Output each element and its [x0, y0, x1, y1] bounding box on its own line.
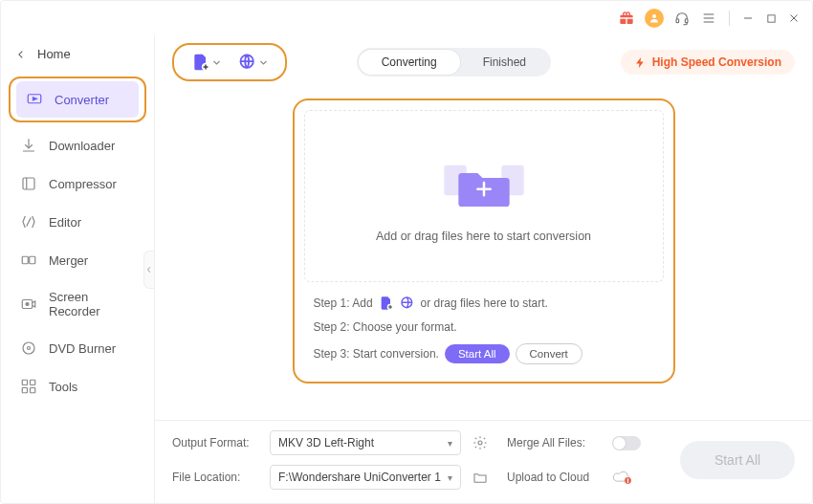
sidebar-item-label: Editor	[49, 215, 81, 230]
chevron-down-icon	[259, 58, 268, 67]
tab-finished[interactable]: Finished	[460, 50, 549, 75]
tab-segmented: Converting Finished	[357, 48, 551, 77]
sidebar-item-label: DVD Burner	[49, 341, 116, 356]
svg-line-13	[27, 218, 32, 227]
svg-point-18	[23, 342, 34, 354]
chevron-down-icon: ▾	[448, 472, 452, 483]
sidebar-item-label: Downloader	[49, 139, 115, 153]
headset-icon[interactable]	[673, 10, 691, 27]
svg-point-32	[627, 482, 628, 483]
output-format-value: MKV 3D Left-Right	[278, 436, 374, 449]
window-minimize-button[interactable]	[741, 11, 755, 25]
upload-cloud-label: Upload to Cloud	[507, 471, 603, 484]
svg-rect-22	[22, 388, 27, 393]
window-close-button[interactable]	[787, 11, 801, 25]
svg-rect-21	[31, 380, 35, 384]
dvd-icon	[20, 340, 37, 357]
drop-main-text: Add or drag files here to start conversi…	[376, 230, 591, 243]
svg-rect-14	[22, 256, 28, 264]
chevron-down-icon: ▾	[448, 438, 452, 449]
recorder-icon	[20, 296, 37, 313]
high-speed-conversion-button[interactable]: High Speed Conversion	[621, 50, 795, 75]
tools-icon	[20, 378, 37, 395]
step1-suffix: or drag files here to start.	[421, 296, 548, 310]
sidebar-item-merger[interactable]: Merger	[11, 242, 144, 278]
sidebar-item-editor[interactable]: Editor	[11, 204, 144, 240]
sidebar: Home Converter Downloader	[1, 35, 154, 503]
user-avatar-icon[interactable]	[645, 9, 664, 28]
file-location-select[interactable]: F:\Wondershare UniConverter 1 ▾	[270, 465, 461, 490]
editor-icon	[20, 213, 37, 230]
add-file-mini-icon	[379, 296, 394, 311]
toolbar: Converting Finished High Speed Conversio…	[155, 35, 812, 89]
step3-text: Step 3: Start conversion.	[314, 347, 439, 361]
step-3: Step 3: Start conversion. Start All Conv…	[314, 343, 654, 364]
output-format-select[interactable]: MKV 3D Left-Right ▾	[270, 430, 461, 455]
chevron-down-icon	[212, 58, 221, 67]
drop-target[interactable]: Add or drag files here to start conversi…	[304, 110, 664, 282]
compress-icon	[20, 175, 37, 192]
sidebar-item-tools[interactable]: Tools	[11, 368, 144, 405]
folder-plus-icon	[436, 149, 532, 216]
add-url-button[interactable]	[238, 53, 268, 72]
sidebar-item-label: Compressor	[49, 177, 117, 191]
lightning-icon	[634, 56, 647, 69]
open-folder-button[interactable]	[471, 468, 490, 487]
svg-rect-12	[23, 178, 34, 189]
gift-icon[interactable]	[618, 10, 635, 27]
main-panel: Converting Finished High Speed Conversio…	[154, 35, 812, 503]
add-url-mini-icon	[400, 296, 415, 311]
titlebar	[1, 1, 812, 35]
start-all-pill[interactable]: Start All	[445, 344, 510, 363]
merger-icon	[20, 252, 37, 269]
sidebar-item-compressor[interactable]: Compressor	[11, 165, 144, 202]
step-2: Step 2: Choose your format.	[314, 320, 654, 334]
cloud-upload-button[interactable]	[612, 470, 633, 485]
svg-marker-11	[33, 98, 37, 100]
drop-zone[interactable]: Add or drag files here to start conversi…	[293, 99, 675, 383]
svg-point-19	[28, 347, 31, 350]
steps-panel: Step 1: Add or drag files here to start.…	[295, 282, 673, 382]
download-icon	[20, 137, 37, 154]
sidebar-item-screen-recorder[interactable]: Screen Recorder	[11, 280, 144, 328]
tab-converting[interactable]: Converting	[359, 50, 460, 75]
window-maximize-button[interactable]	[764, 11, 778, 25]
svg-rect-1	[676, 19, 679, 23]
file-location-label: File Location:	[172, 471, 260, 484]
file-location-value: F:\Wondershare UniConverter 1	[278, 471, 441, 484]
sidebar-item-label: Tools	[49, 380, 77, 394]
step2-text: Step 2: Choose your format.	[314, 320, 457, 334]
sidebar-item-label: Merger	[49, 253, 88, 268]
svg-rect-20	[22, 380, 27, 384]
home-label: Home	[37, 47, 71, 61]
sidebar-item-label: Screen Recorder	[49, 290, 135, 318]
step1-prefix: Step 1: Add	[314, 296, 373, 310]
svg-rect-7	[767, 14, 774, 21]
step-1: Step 1: Add or drag files here to start.	[314, 296, 654, 311]
high-speed-label: High Speed Conversion	[652, 55, 781, 69]
sidebar-item-converter[interactable]: Converter	[16, 81, 139, 118]
svg-point-0	[652, 14, 656, 18]
output-settings-button[interactable]	[471, 433, 490, 452]
sidebar-item-downloader[interactable]: Downloader	[11, 127, 144, 164]
svg-rect-23	[31, 388, 35, 393]
sidebar-collapse-handle[interactable]	[143, 251, 155, 289]
svg-rect-2	[685, 19, 688, 23]
svg-rect-15	[30, 256, 35, 264]
svg-point-17	[26, 303, 29, 306]
output-format-label: Output Format:	[172, 436, 260, 449]
menu-icon[interactable]	[700, 10, 717, 27]
merge-toggle[interactable]	[612, 436, 641, 450]
add-file-button[interactable]	[191, 53, 221, 72]
sidebar-item-dvd-burner[interactable]: DVD Burner	[11, 330, 144, 366]
home-button[interactable]: Home	[7, 39, 148, 69]
merge-label: Merge All Files:	[507, 436, 603, 449]
sidebar-item-label: Converter	[55, 93, 109, 107]
convert-pill[interactable]: Convert	[516, 343, 582, 364]
converter-icon	[26, 91, 43, 108]
bottom-bar: Output Format: MKV 3D Left-Right ▾ Merge…	[155, 420, 812, 503]
start-all-button[interactable]: Start All	[680, 441, 795, 479]
add-buttons-group	[172, 43, 287, 81]
svg-point-30	[478, 441, 482, 445]
chevron-left-icon	[16, 50, 26, 59]
